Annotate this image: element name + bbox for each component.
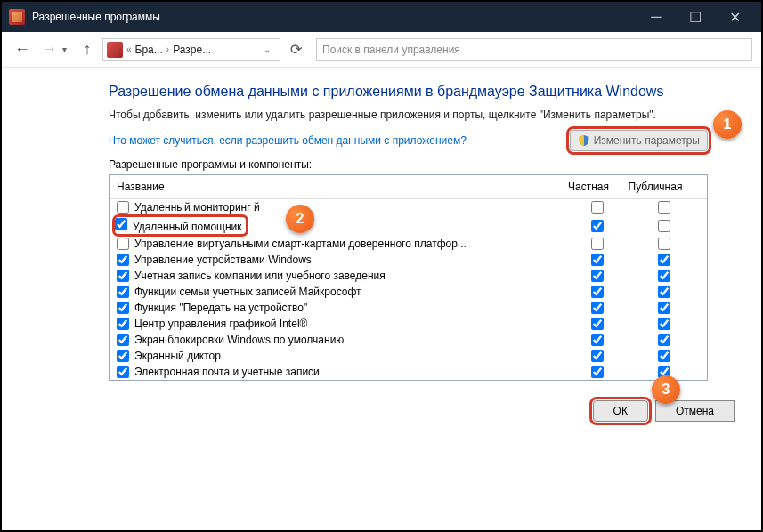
titlebar: Разрешенные программы ─ ☐ ✕ xyxy=(2,2,761,32)
row-checkbox[interactable] xyxy=(117,201,129,214)
footer: ОК 3 Отмена xyxy=(2,390,761,434)
table-row[interactable]: Электронная почта и учетные записи xyxy=(110,364,707,380)
allowed-apps-panel: Название Частная Публичная Удаленный мон… xyxy=(109,174,708,381)
table-row[interactable]: Экранный диктор xyxy=(110,348,707,364)
row-checkbox[interactable] xyxy=(117,238,129,250)
page-description: Чтобы добавить, изменить или удалить раз… xyxy=(109,109,708,121)
table-row[interactable]: Учетная запись компании или учебного зав… xyxy=(110,268,707,284)
up-button[interactable]: ↑ xyxy=(76,38,99,61)
row-name-label: Функция "Передать на устройство" xyxy=(134,302,307,314)
firewall-icon xyxy=(9,9,25,25)
row-name-label: Центр управления графикой Intel® xyxy=(134,318,307,330)
row-checkbox[interactable] xyxy=(115,218,127,230)
row-public-checkbox[interactable] xyxy=(658,350,670,362)
row-public-checkbox[interactable] xyxy=(658,270,670,282)
row-private-checkbox[interactable] xyxy=(591,334,604,346)
column-header-public[interactable]: Публичная xyxy=(620,175,691,198)
callout-2: 2 xyxy=(286,205,314,233)
row-name-label: Функции семьи учетных записей Майкрософт xyxy=(134,286,361,298)
maximize-button[interactable]: ☐ xyxy=(676,2,715,32)
row-name-label: Удаленный мониторинг й xyxy=(134,201,260,214)
forward-button: → xyxy=(37,38,61,61)
callout-3: 3 xyxy=(652,375,680,404)
row-private-checkbox[interactable] xyxy=(591,350,604,362)
row-private-checkbox[interactable] xyxy=(591,270,604,282)
row-name-label: Управление виртуальными смарт-картами до… xyxy=(134,238,467,250)
change-settings-label: Изменить параметры xyxy=(594,134,700,147)
row-checkbox[interactable] xyxy=(117,270,129,282)
list-header: Название Частная Публичная xyxy=(110,175,707,199)
row-checkbox[interactable] xyxy=(117,318,129,330)
row-private-checkbox[interactable] xyxy=(591,302,604,314)
close-button[interactable]: ✕ xyxy=(715,2,754,32)
row-checkbox[interactable] xyxy=(117,334,129,346)
scrollbar-header-spacer xyxy=(691,175,707,198)
column-header-private[interactable]: Частная xyxy=(557,175,620,198)
row-name-label: Экран блокировки Windows по умолчанию xyxy=(134,334,344,346)
row-public-checkbox[interactable] xyxy=(658,238,670,250)
row-checkbox[interactable] xyxy=(117,254,129,266)
table-row[interactable]: Функция "Передать на устройство" xyxy=(110,300,707,316)
row-name-label: Управление устройствами Windows xyxy=(134,254,312,266)
ok-button[interactable]: ОК xyxy=(593,400,648,422)
back-button[interactable]: ← xyxy=(11,38,34,61)
row-name-label: Учетная запись компании или учебного зав… xyxy=(134,270,386,282)
chevron-left-icon: « xyxy=(125,44,134,54)
table-row[interactable]: Удаленный мониторинг й xyxy=(110,199,707,215)
table-row[interactable]: Центр управления графикой Intel® xyxy=(110,316,707,332)
column-header-name[interactable]: Название xyxy=(110,175,557,198)
change-settings-button[interactable]: Изменить параметры xyxy=(570,130,708,151)
info-row: Что может случиться, если разрешить обме… xyxy=(109,130,708,151)
breadcrumb-item-1[interactable]: Бра... xyxy=(135,44,163,56)
row-private-checkbox[interactable] xyxy=(591,220,604,232)
table-row[interactable]: Удаленный помощник 2 xyxy=(110,215,707,236)
row-public-checkbox[interactable] xyxy=(658,318,670,330)
row-public-checkbox[interactable] xyxy=(658,254,670,266)
row-checkbox[interactable] xyxy=(117,366,129,378)
window-title: Разрешенные программы xyxy=(32,11,637,23)
breadcrumb-icon xyxy=(107,42,123,58)
row-name-label: Экранный диктор xyxy=(134,350,221,362)
page-heading: Разрешение обмена данными с приложениями… xyxy=(109,84,708,100)
row-public-checkbox[interactable] xyxy=(658,220,670,232)
breadcrumb[interactable]: « Бра... › Разре... ⌄ xyxy=(102,38,280,61)
minimize-button[interactable]: ─ xyxy=(637,2,676,32)
table-row[interactable]: Управление устройствами Windows xyxy=(110,252,707,268)
row-checkbox[interactable] xyxy=(117,350,129,362)
content-area: Разрешение обмена данными с приложениями… xyxy=(2,68,761,390)
search-input[interactable] xyxy=(322,44,746,56)
row-private-checkbox[interactable] xyxy=(591,366,604,378)
history-dropdown-icon[interactable]: ▾ xyxy=(62,44,67,54)
row-public-checkbox[interactable] xyxy=(658,201,670,214)
row-public-checkbox[interactable] xyxy=(658,302,670,314)
row-private-checkbox[interactable] xyxy=(591,286,604,298)
row-private-checkbox[interactable] xyxy=(591,318,604,330)
table-row[interactable]: Функции семьи учетных записей Майкрософт xyxy=(110,284,707,300)
list-group-label: Разрешенные программы и компоненты: xyxy=(109,158,708,171)
row-checkbox[interactable] xyxy=(117,286,129,298)
table-row[interactable]: Управление виртуальными смарт-картами до… xyxy=(110,236,707,252)
table-row[interactable]: Экран блокировки Windows по умолчанию xyxy=(110,332,707,348)
help-link[interactable]: Что может случиться, если разрешить обме… xyxy=(109,134,467,147)
row-private-checkbox[interactable] xyxy=(591,238,604,250)
refresh-button[interactable]: ⟳ xyxy=(284,38,307,61)
row-public-checkbox[interactable] xyxy=(658,286,670,298)
window-controls: ─ ☐ ✕ xyxy=(637,2,754,32)
row-private-checkbox[interactable] xyxy=(591,201,604,214)
row-private-checkbox[interactable] xyxy=(591,254,604,266)
row-name-label: Электронная почта и учетные записи xyxy=(134,366,320,378)
list-body[interactable]: Удаленный мониторинг й Удаленный помощни… xyxy=(110,199,707,380)
chevron-right-icon: › xyxy=(165,44,171,54)
row-name-label: Удаленный помощник xyxy=(133,221,242,233)
toolbar: ← → ▾ ↑ « Бра... › Разре... ⌄ ⟳ xyxy=(2,32,761,68)
row-public-checkbox[interactable] xyxy=(658,334,670,346)
shield-icon xyxy=(578,134,590,147)
search-box[interactable] xyxy=(316,38,752,61)
breadcrumb-dropdown-icon[interactable]: ⌄ xyxy=(258,44,276,54)
callout-1: 1 xyxy=(713,110,742,139)
row-checkbox[interactable] xyxy=(117,302,129,314)
breadcrumb-item-2[interactable]: Разре... xyxy=(173,44,211,56)
